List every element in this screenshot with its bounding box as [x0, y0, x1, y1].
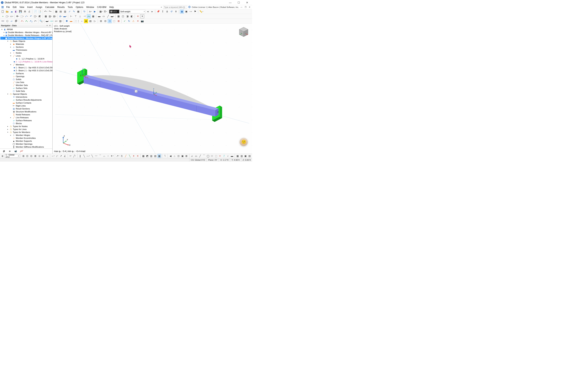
tree-nodal-releases[interactable]: ·╳Nodal Releases	[0, 113, 52, 116]
tree-blocks[interactable]: ·⬡Blocks	[0, 122, 52, 125]
res-def-button[interactable]	[87, 14, 91, 18]
tree-surfaces[interactable]: ·▱Surfaces	[0, 72, 52, 75]
fe-num-button[interactable]: ⋮⋮	[75, 19, 79, 23]
valid-ok-button[interactable]: ✓	[123, 19, 127, 23]
tree-member-sets[interactable]: ·╱Member Sets	[0, 84, 52, 87]
tree-materials[interactable]: ▸◆Materials	[0, 43, 52, 46]
clip-button[interactable]: ▦	[44, 14, 48, 18]
mdi-close-button[interactable]: ✕	[248, 6, 251, 9]
display-xxx-button[interactable]: x.xx	[189, 10, 193, 14]
tree-member-openings[interactable]: ·◯Member Openings	[0, 142, 52, 145]
check2-button[interactable]: ⊟	[103, 19, 107, 23]
tree-surface-sets[interactable]: ·▱Surface Sets	[0, 87, 52, 90]
tree-project-1[interactable]: ▸▣Double Members - Nodal Releases - FAQ.…	[0, 34, 52, 37]
dim-x-button[interactable]: ↔▾	[51, 154, 55, 158]
camera-button[interactable]: 📷	[140, 19, 144, 23]
ellipse-draw-button[interactable]: ⬭	[210, 154, 214, 158]
menu-assign[interactable]: Assign	[34, 5, 44, 9]
modify-4-button[interactable]: ╲	[90, 154, 94, 158]
mdi-restore-button[interactable]: ❐	[244, 6, 247, 9]
open-file-button[interactable]	[5, 10, 9, 14]
valid-err-button[interactable]: ✕	[136, 19, 140, 23]
tables-2-button[interactable]: ▤	[59, 10, 63, 14]
search-button[interactable]: 🔍▾	[39, 19, 43, 23]
tree-sections[interactable]: ▸⊥Sections	[0, 46, 52, 48]
redo-button[interactable]: ↷▾	[48, 10, 52, 14]
dim-z-button[interactable]: ↗	[59, 154, 63, 158]
navigator-dock-button[interactable]: ▾	[46, 24, 48, 27]
annotation-button[interactable]: 📏▾	[199, 10, 203, 14]
mesh-tri-button[interactable]: ◩	[146, 154, 149, 158]
snap-end-button[interactable]: ⊟	[30, 154, 33, 158]
cloud-button[interactable]: ☁	[10, 10, 14, 14]
scale-button[interactable]: ✶	[132, 154, 136, 158]
tables-3-button[interactable]: ▥	[63, 10, 67, 14]
tree-member-ecc[interactable]: ·◇Member Eccentricities	[0, 137, 52, 140]
undo-button[interactable]: ↶▾	[44, 10, 48, 14]
section-button[interactable]: ▥▾	[48, 14, 52, 18]
tree-intersections[interactable]: ·✕Intersections	[0, 95, 52, 98]
save-button[interactable]: 💾	[18, 10, 22, 14]
close-button[interactable]: ✕	[243, 0, 251, 5]
tree-surf-results-adj[interactable]: ·▱Surface Results Adjustments	[0, 98, 52, 101]
tree-solids[interactable]: ·⬡Solids	[0, 78, 52, 81]
axis-y-button[interactable]: ↗ᵧ	[24, 19, 29, 23]
render-mode-button[interactable]: ▬▾	[45, 19, 49, 23]
modify-6-button[interactable]: ⌒	[98, 154, 102, 158]
tree-struct-mods[interactable]: ·⊞Structure Modifications	[0, 110, 52, 113]
tree-basic-objects[interactable]: ▾🗀Basic Objects	[0, 40, 52, 43]
fe-n2-button[interactable]: ₊₂	[80, 19, 84, 23]
menu-insert[interactable]: Insert	[26, 5, 34, 9]
color-plot-button[interactable]: ▬▾	[110, 14, 114, 18]
res-iso-button[interactable]: ▦	[91, 14, 95, 18]
snap-int-button[interactable]: ⊗	[42, 154, 45, 158]
modify-5-button[interactable]: 〰	[95, 154, 98, 158]
menu-view[interactable]: View	[18, 5, 26, 9]
loadcase-code-combo[interactable]: DLC1	[109, 10, 119, 13]
modify-9-button[interactable]: ✶▾	[110, 154, 114, 158]
nav-data-tab-button[interactable]: 🗐	[2, 149, 6, 153]
check1-button[interactable]: ⊞	[99, 19, 103, 23]
menu-calculate[interactable]: Calculate	[44, 5, 56, 9]
load-m-button[interactable]: ↺	[169, 10, 173, 14]
tree-member-2[interactable]: ·■2 - Beam | 1 - Sqr HSS 3-1/2x3-1/2x0.2…	[0, 69, 52, 72]
menu-window[interactable]: Window	[85, 5, 96, 9]
menu-help[interactable]: Help	[108, 5, 115, 9]
offset-button[interactable]: ▬	[230, 154, 234, 158]
draw-line-button[interactable]: ╱▾	[73, 154, 76, 158]
load-q-button[interactable]: ⇊	[165, 10, 169, 14]
navigator-tree[interactable]: ▾◧RFEM ▸▣Double Members - Member Hinges …	[0, 28, 52, 149]
tables-button[interactable]: ▦	[54, 10, 58, 14]
shade-button[interactable]: ◨	[125, 14, 129, 18]
mirror-button[interactable]: ╱	[124, 154, 128, 158]
plane-button[interactable]: ▱	[10, 19, 14, 23]
axis-x-button[interactable]: ↗ₓ	[20, 19, 24, 23]
tree-line-releases[interactable]: ▸╱Line Releases	[0, 116, 52, 119]
tree-project-0[interactable]: ▸▣Double Members - Member Hinges - Recor…	[0, 31, 52, 34]
valid-warn-button[interactable]: ⚠	[131, 19, 135, 23]
snap-grid-button[interactable]: ⊞	[21, 154, 25, 158]
display-flag-button[interactable]: ⚑	[193, 10, 197, 14]
support-0-button[interactable]: └	[163, 154, 167, 158]
copy-button[interactable]: ⎘	[120, 154, 124, 158]
axis-z-button[interactable]: ↗𝓏	[29, 19, 33, 23]
tree-types-members[interactable]: ▾🗀Types for Members	[0, 131, 52, 134]
menu-options[interactable]: Options	[74, 5, 85, 9]
support-1-button[interactable]: ◀	[169, 154, 172, 158]
fillet-button[interactable]: ⌐	[226, 154, 230, 158]
modify-7-button[interactable]: ⌓	[102, 154, 106, 158]
tree-member-nonlin[interactable]: ·～Member Nonlinearities	[0, 148, 52, 149]
mesh-rect-button[interactable]: ▦	[142, 154, 145, 158]
loadcase-list-button[interactable]: ☰▾	[103, 10, 107, 14]
tree-nodes[interactable]: ▸•Nodes	[0, 51, 52, 54]
script-button[interactable]: ▤	[88, 19, 92, 23]
print-button[interactable]: 🖨	[27, 10, 31, 14]
dim-ang-button[interactable]: ∠	[63, 154, 67, 158]
border-del-button[interactable]: ✕	[140, 14, 144, 18]
glasses-button[interactable]: 👓	[1, 19, 5, 23]
zoom-window-button[interactable]: ⬚▾	[20, 14, 24, 18]
nav-views-tab-button[interactable]: 📹	[14, 149, 18, 153]
cs-button[interactable]: ⊕	[1, 154, 4, 158]
tree-lines[interactable]: ▾╱Lines	[0, 54, 52, 57]
tree-members[interactable]: ▾╱Members	[0, 63, 52, 66]
